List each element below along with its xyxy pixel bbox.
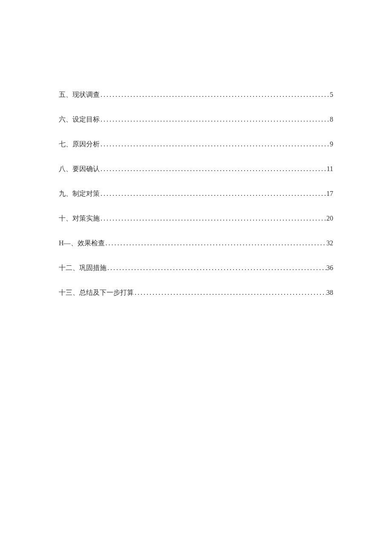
toc-label: 十二、巩固措施 <box>59 263 107 273</box>
toc-entry: 十二、巩固措施 36 <box>59 263 333 273</box>
toc-page-number: 5 <box>330 90 333 100</box>
toc-leader-dots <box>134 288 326 298</box>
toc-entry: H—、效果检查 32 <box>59 238 333 248</box>
toc-entry: 六、设定目标 8 <box>59 114 333 125</box>
toc-entry: 七、原因分析 9 <box>59 139 333 149</box>
toc-page-number: 38 <box>326 288 333 298</box>
toc-leader-dots <box>105 238 326 248</box>
toc-entry: 九、制定对策 17 <box>59 189 333 199</box>
toc-leader-dots <box>100 164 327 174</box>
toc-page-number: 11 <box>327 164 333 174</box>
toc-leader-dots <box>100 114 330 125</box>
toc-container: 五、现状调查 5 六、设定目标 8 七、原因分析 9 八、要因确认 11 九、制… <box>59 90 333 312</box>
toc-label: 九、制定对策 <box>59 189 100 199</box>
toc-page-number: 32 <box>326 238 333 248</box>
toc-leader-dots <box>100 139 330 149</box>
toc-label: 七、原因分析 <box>59 139 100 149</box>
toc-page-number: 20 <box>326 213 333 224</box>
toc-label: 五、现状调查 <box>59 90 100 100</box>
toc-label: 六、设定目标 <box>59 114 100 125</box>
toc-label: 十三、总结及下一步打算 <box>59 288 134 298</box>
toc-leader-dots <box>107 263 326 273</box>
toc-leader-dots <box>100 213 326 224</box>
toc-entry: 十三、总结及下一步打算 38 <box>59 288 333 298</box>
toc-page-number: 8 <box>330 114 333 125</box>
toc-leader-dots <box>100 189 326 199</box>
toc-label: 十、对策实施 <box>59 213 100 224</box>
toc-entry: 八、要因确认 11 <box>59 164 333 174</box>
toc-label: H—、效果检查 <box>59 238 105 248</box>
toc-page-number: 17 <box>326 189 333 199</box>
toc-page-number: 9 <box>330 139 333 149</box>
toc-label: 八、要因确认 <box>59 164 100 174</box>
toc-entry: 十、对策实施 20 <box>59 213 333 224</box>
toc-page-number: 36 <box>326 263 333 273</box>
toc-entry: 五、现状调查 5 <box>59 90 333 100</box>
toc-leader-dots <box>100 90 330 100</box>
